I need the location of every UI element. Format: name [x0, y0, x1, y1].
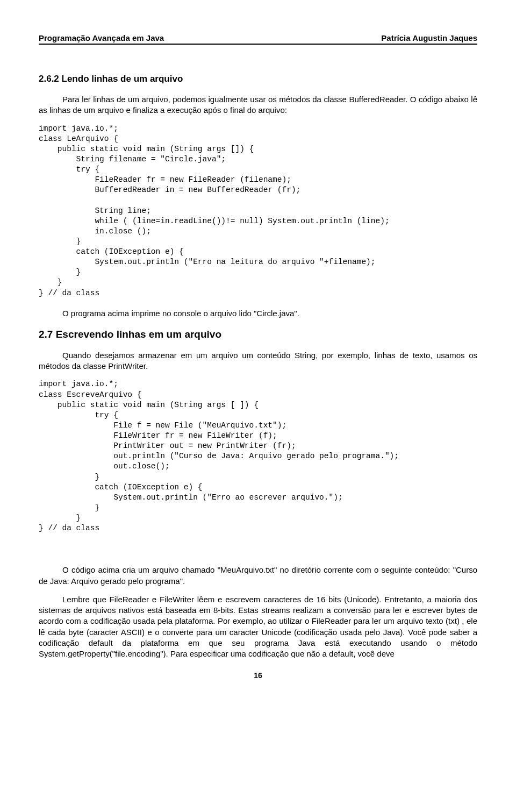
section1-para1: Para ler linhas de um arquivo, podemos i… — [39, 94, 477, 116]
section3-para2: Lembre que FileReader e FileWriter lêem … — [39, 594, 477, 660]
section-title-262: 2.6.2 Lendo linhas de um arquivo — [39, 74, 477, 84]
author-name: Patrícia Augustin Jaques — [381, 33, 477, 42]
code-block-escrevearquivo: import java.io.*; class EscreveArquivo {… — [39, 379, 477, 533]
section-title-27: 2.7 Escrevendo linhas em um arquivo — [39, 329, 477, 340]
page-number: 16 — [39, 671, 477, 680]
spacer — [39, 543, 477, 565]
para-after-code1: O programa acima imprime no console o ar… — [39, 308, 477, 319]
page-header: Programação Avançada em Java Patrícia Au… — [39, 33, 477, 45]
section3-para1: O código acima cria um arquivo chamado "… — [39, 565, 477, 587]
code-block-learquivo: import java.io.*; class LeArquivo { publ… — [39, 124, 477, 298]
section2-para1: Quando desejamos armazenar em um arquivo… — [39, 350, 477, 372]
doc-title: Programação Avançada em Java — [39, 33, 164, 42]
page-content: Programação Avançada em Java Patrícia Au… — [0, 0, 516, 701]
